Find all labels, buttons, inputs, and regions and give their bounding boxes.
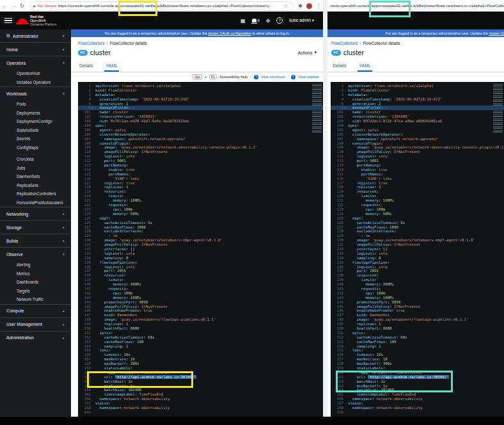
breadcrumb-flowcollectors-link-right[interactable]: FlowCollectors: [331, 41, 358, 45]
fold-chevron-icon[interactable]: ›: [91, 106, 94, 110]
yaml-line-142: 142 cpu: 100m: [331, 291, 504, 296]
sidebar-item-compute[interactable]: Compute▸: [0, 304, 71, 317]
extension-icon[interactable]: ✱: [298, 3, 303, 9]
sidebar-item-label: HorizontalPodAutoscalers: [17, 200, 63, 205]
help-icon[interactable]: ?: [276, 17, 283, 24]
user-menu[interactable]: kube:admin ▾: [289, 18, 314, 23]
sidebar-item-installed-operators[interactable]: Installed Operators: [0, 78, 71, 87]
url-text-right[interactable]: nsole-openshift-console.appvmwspoke02.na…: [330, 4, 504, 8]
app-launcher-icon[interactable]: ▦: [240, 18, 246, 24]
notification-count: 9: [258, 19, 260, 22]
yaml-line-110: 110 imagePullPolicy: IfNotPresent: [78, 150, 323, 154]
yaml-line-103: 103 uid: b97d2dc2-812e-47ca-a8ba-a80696d…: [331, 119, 504, 124]
sidebar-item-label: DaemonSets: [17, 174, 40, 179]
sidebar-item-workloads[interactable]: Workloads▾: [0, 86, 71, 100]
notifications-button[interactable]: 9: [252, 19, 260, 22]
accessibility-help-label[interactable]: Accessibility help: [219, 75, 248, 79]
window-gap: [323, 0, 327, 417]
reload-icon[interactable]: ↻: [20, 3, 24, 9]
sidebar-item-jobs[interactable]: Jobs: [0, 164, 71, 173]
yaml-line-129: 129 - lo: [78, 234, 323, 238]
sidebar-item-label: Jobs: [17, 166, 25, 170]
bookmark-star-icon[interactable]: ☆: [283, 3, 288, 9]
yaml-line-145: 145 imagePullPolicy: IfNotPresent: [331, 305, 504, 309]
sidebar-item-daemonsets[interactable]: DaemonSets: [0, 172, 71, 181]
sidebar-item-storage[interactable]: Storage▸: [0, 220, 71, 234]
sidebar-item-pods[interactable]: Pods: [0, 100, 71, 109]
sidebar-item-observe[interactable]: Observe▾: [0, 247, 71, 261]
sidebar-item-label: Targets: [17, 289, 30, 293]
sidebar-item-label: Builds: [6, 239, 19, 243]
sidebar-item-cronjobs[interactable]: CronJobs: [0, 155, 71, 164]
sidebar-item-replicationcontrollers[interactable]: ReplicationControllers: [0, 189, 71, 198]
yaml-line-119: 119 resources:: [331, 189, 504, 194]
browser-avatar[interactable]: [306, 3, 312, 9]
sidebar-item-targets[interactable]: Targets: [0, 287, 71, 296]
yaml-line-2: 2kind: FlowCollector: [331, 88, 504, 93]
resource-kind-badge-right: FC: [331, 50, 341, 56]
breadcrumb-flowcollectors-link[interactable]: FlowCollectors: [78, 41, 104, 45]
console-masthead-left: Red Hat OpenShift Container Platform ▦ 9…: [0, 12, 323, 29]
yaml-line-140: 140 memory: 300Mi: [78, 282, 323, 287]
actions-dropdown[interactable]: Actions▾: [298, 50, 317, 55]
view-shortcuts-link[interactable]: View shortcuts: [261, 75, 285, 79]
tab-details[interactable]: Details: [78, 61, 94, 72]
yaml-editor-left[interactable]: 1apiVersion: flows.netobserv.io/v1alpha1…: [78, 82, 323, 419]
yaml-line-106: 106 clusterNetworkOperator:: [78, 132, 323, 137]
yaml-line-152: 152 cacheActiveTimeout: 60s: [331, 335, 504, 340]
sidebar-item-builds[interactable]: Builds▸: [0, 234, 71, 247]
login-banner-left: You are logged in as a temporary adminis…: [71, 29, 323, 37]
sidebar-item-networking[interactable]: Networking▸: [0, 207, 71, 220]
login-banner-right: You are logged in as a temporary adminis…: [327, 29, 504, 37]
breadcrumb-right: FlowCollectors › FlowCollector details: [327, 37, 504, 45]
sidebar-item-configmaps[interactable]: ConfigMaps: [0, 143, 71, 152]
browser-menu-icon[interactable]: ⋮: [316, 3, 321, 9]
tab-yaml-right[interactable]: YAML: [358, 61, 372, 72]
tab-yaml[interactable]: YAML: [104, 61, 119, 72]
yaml-line-152: 152 cacheActiveTimeout: 60s: [78, 335, 323, 340]
sidebar-item-deployments[interactable]: Deployments: [0, 109, 71, 118]
add-icon[interactable]: ⊕: [266, 18, 271, 24]
sidebar-item-label: Metrics: [17, 271, 29, 276]
sidebar-item-replicasets[interactable]: ReplicaSets: [0, 181, 71, 190]
sidebar-item-metrics[interactable]: Metrics: [0, 269, 71, 278]
desktop: ← → ↻ ▲ Not Secure https://console-opens…: [0, 0, 504, 425]
oauth-config-link[interactable]: cluster OAuth configuration: [208, 31, 251, 35]
back-icon[interactable]: ←: [2, 3, 7, 9]
yaml-line-119: 119 resources:: [78, 189, 323, 194]
oauth-config-link-right[interactable]: cluster OAuth configuration: [489, 31, 504, 35]
hamburger-menu-icon[interactable]: [4, 17, 12, 25]
view-sidebar-link[interactable]: View sidebar: [298, 75, 319, 79]
sidebar-item-deploymentconfigs[interactable]: DeploymentConfigs: [0, 117, 71, 126]
sidebar-item-label: Secrets: [17, 136, 30, 141]
yaml-line-107: 107 namespace: openshift-network-operato…: [78, 137, 323, 141]
editor-toolbar: Opt + F1 Accessibility help | ? View sho…: [71, 72, 323, 81]
fold-chevron-icon[interactable]: ›: [344, 106, 347, 110]
sidebar-item-home[interactable]: Home▸: [0, 42, 71, 56]
sidebar-item-statefulsets[interactable]: StatefulSets: [0, 126, 71, 135]
sidebar-item-administrator[interactable]: ⊞Administrator▾: [0, 29, 71, 42]
yaml-line-104: 104spec:: [331, 124, 504, 128]
sidebar-item-user-management[interactable]: User Management▸: [0, 317, 71, 331]
sidebar-item-operators[interactable]: Operators▾: [0, 56, 71, 69]
sidebar-item-secrets[interactable]: Secrets: [0, 134, 71, 143]
sidebar-item-network-traffic[interactable]: Network Traffic: [0, 295, 71, 304]
sidebar-item-administration[interactable]: Administration▸: [0, 331, 71, 344]
yaml-line-133: 133 logLevel: info: [78, 252, 323, 256]
yaml-line-120: 120 limits:: [331, 194, 504, 198]
yaml-line-150: 150 healthPort: 8080: [331, 326, 504, 331]
address-bar-left[interactable]: ▲ Not Secure https://console-openshift-c…: [29, 1, 294, 11]
sidebar-item-label: OperatorHub: [17, 71, 40, 76]
sidebar-item-alerting[interactable]: Alerting: [0, 261, 71, 269]
forward-icon[interactable]: →: [11, 3, 16, 9]
sidebar-item-dashboards[interactable]: Dashboards: [0, 278, 71, 287]
sidebar-item-operatorhub[interactable]: OperatorHub: [0, 69, 71, 78]
yaml-line-118: 118 replicas: 1: [331, 185, 504, 189]
sidebar-item-horizontalpodautoscalers[interactable]: HorizontalPodAutoscalers: [0, 198, 71, 207]
tab-details-right[interactable]: Details: [331, 61, 347, 72]
yaml-line-150: 150 healthPort: 8080: [78, 326, 323, 331]
page-title-right: cluster: [343, 49, 364, 56]
sidebar-item-label: Administration: [6, 335, 34, 340]
yaml-editor-right[interactable]: 1apiVersion: flows.netobserv.io/v1alpha1…: [331, 82, 504, 419]
yaml-line-111: 111 logLevel: info: [331, 154, 504, 159]
